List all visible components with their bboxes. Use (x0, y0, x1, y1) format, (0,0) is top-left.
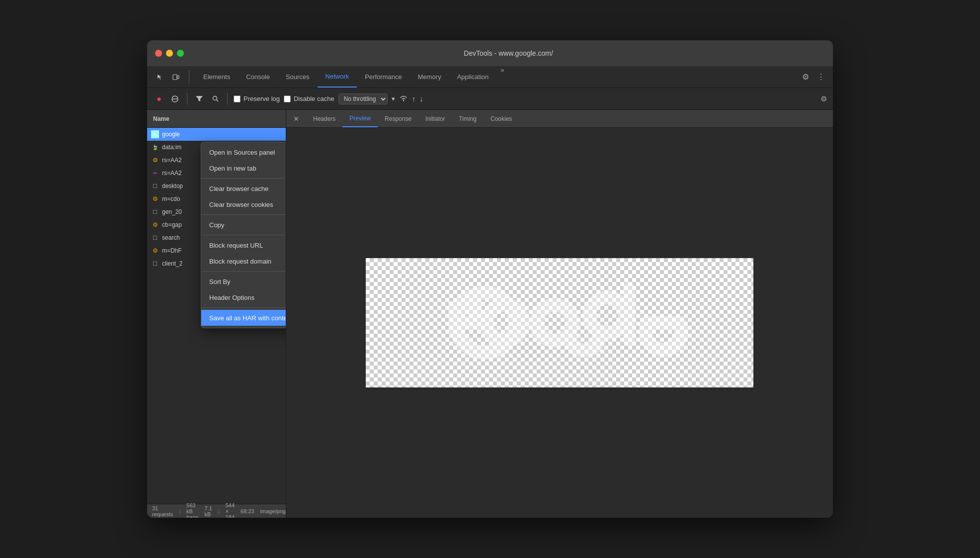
title-bar: DevTools - www.google.com/ (147, 40, 833, 66)
ctx-sep-1 (201, 178, 286, 179)
item-icon-file3: ☐ (151, 234, 159, 242)
search-icon[interactable] (209, 93, 221, 105)
ctx-sep-4 (201, 271, 286, 272)
status-dimensions: 544 × 184 (226, 502, 235, 518)
item-icon-gear4: ⚙ (151, 247, 159, 255)
close-detail-button[interactable]: ✕ (290, 113, 302, 125)
ctx-block-url[interactable]: Block request URL (201, 237, 286, 253)
tab-headers[interactable]: Headers (306, 110, 342, 127)
item-name-mcdo: m=cdo (162, 195, 180, 202)
item-icon-gear3: ⚙ (151, 221, 159, 229)
nav-icons (153, 70, 189, 84)
device-icon[interactable] (169, 70, 183, 84)
wifi-icon (399, 94, 408, 103)
item-icon-leaf: 🍃 (151, 143, 159, 151)
maximize-button[interactable] (177, 50, 184, 57)
settings-icon[interactable]: ⚙ (800, 70, 811, 84)
ctx-sort-by[interactable]: Sort By › (201, 274, 286, 289)
throttle-select[interactable]: No throttling (338, 93, 388, 104)
tab-memory[interactable]: Memory (410, 66, 449, 88)
detail-panel: ✕ Headers Preview Response Initiator Tim… (286, 110, 833, 518)
item-name-google: google (162, 131, 180, 138)
item-icon-gear2: ⚙ (151, 195, 159, 203)
more-options-icon[interactable]: ⋮ (815, 70, 827, 84)
nav-tabs: Elements Console Sources Network Perform… (147, 66, 833, 88)
network-settings-icon[interactable]: ⚙ (820, 94, 827, 103)
request-item-google[interactable]: ► google (147, 128, 286, 141)
item-name-desktop: desktop (162, 183, 183, 189)
item-name-rs1: rs=AA2 (162, 157, 182, 164)
throttle-dropdown-arrow[interactable]: ▾ (392, 95, 395, 102)
svg-line-5 (216, 100, 218, 102)
minimize-button[interactable] (166, 50, 173, 57)
tab-cookies[interactable]: Cookies (484, 110, 519, 127)
tab-preview[interactable]: Preview (342, 110, 378, 127)
toolbar-sep-1 (187, 93, 187, 105)
download-icon[interactable]: ↓ (419, 94, 423, 103)
ctx-save-har[interactable]: Save all as HAR with content (201, 310, 286, 326)
item-name-mdhf: m=DhF (162, 247, 182, 254)
tab-performance[interactable]: Performance (357, 66, 409, 88)
ctx-clear-cookies[interactable]: Clear browser cookies (201, 196, 286, 212)
main-area: Name ► google Open in Sources panel Open… (147, 110, 833, 518)
network-toolbar: ● Preserve log Disable cache (147, 88, 833, 110)
disable-cache-group: Disable cache (284, 95, 334, 102)
ctx-sep-3 (201, 235, 286, 235)
preserve-log-group: Preserve log (234, 95, 280, 102)
item-name-search: search (162, 234, 180, 241)
item-icon-google: ► (151, 130, 159, 138)
ctx-open-sources[interactable]: Open in Sources panel (201, 144, 286, 160)
item-name-cbgap: cb=gap (162, 221, 182, 228)
tab-network[interactable]: Network (318, 66, 357, 88)
item-icon-pencil: ✏ (151, 169, 159, 177)
more-tabs-icon[interactable]: » (496, 66, 508, 88)
preview-area (286, 128, 833, 518)
item-name-dataimf: data:im (162, 144, 181, 151)
disable-cache-label: Disable cache (294, 95, 334, 102)
item-name-rs2: rs=AA2 (162, 170, 182, 177)
close-button[interactable] (155, 50, 162, 57)
tab-application[interactable]: Application (449, 66, 497, 88)
detail-tabs: ✕ Headers Preview Response Initiator Tim… (286, 110, 833, 128)
svg-point-6 (487, 305, 523, 341)
ctx-open-new-tab[interactable]: Open in new tab (201, 160, 286, 176)
tab-sources[interactable]: Sources (278, 66, 318, 88)
cursor-icon[interactable] (153, 70, 167, 84)
ctx-sep-5 (201, 307, 286, 308)
upload-icon[interactable]: ↑ (412, 94, 416, 103)
traffic-lights (155, 50, 184, 57)
item-icon-gear1: ⚙ (151, 156, 159, 164)
ctx-block-domain[interactable]: Block request domain (201, 253, 286, 269)
tab-response[interactable]: Response (378, 110, 418, 127)
ctx-sep-2 (201, 214, 286, 215)
svg-point-4 (213, 96, 217, 100)
request-list: ► google Open in Sources panel Open in n… (147, 128, 286, 504)
status-size: 7.1 kB (205, 505, 212, 517)
ctx-header-options[interactable]: Header Options › (201, 289, 286, 305)
status-time: 68:23 (241, 508, 254, 514)
svg-rect-1 (177, 76, 179, 79)
tab-console[interactable]: Console (238, 66, 278, 88)
tab-initiator[interactable]: Initiator (418, 110, 452, 127)
item-name-gen20: gen_20 (162, 208, 182, 215)
svg-rect-0 (173, 75, 177, 80)
preserve-log-checkbox[interactable] (234, 95, 241, 102)
request-panel: Name ► google Open in Sources panel Open… (147, 110, 286, 518)
tab-timing[interactable]: Timing (452, 110, 484, 127)
status-transferred: 563 kB trans (186, 502, 198, 518)
toolbar-sep-2 (227, 93, 228, 105)
status-type: image/png (260, 508, 286, 514)
tab-elements[interactable]: Elements (195, 66, 238, 88)
google-logo-svg (415, 273, 704, 372)
disable-cache-checkbox[interactable] (284, 95, 291, 102)
clear-button[interactable] (169, 93, 181, 105)
ctx-clear-cache[interactable]: Clear browser cache (201, 181, 286, 196)
item-icon-file2: ☐ (151, 208, 159, 216)
preserve-log-label: Preserve log (244, 95, 280, 102)
record-button[interactable]: ● (153, 93, 165, 105)
svg-point-7 (537, 305, 572, 341)
filter-icon[interactable] (193, 93, 205, 105)
window-title: DevTools - www.google.com/ (192, 49, 825, 57)
image-preview (366, 258, 753, 387)
ctx-copy[interactable]: Copy › (201, 217, 286, 233)
